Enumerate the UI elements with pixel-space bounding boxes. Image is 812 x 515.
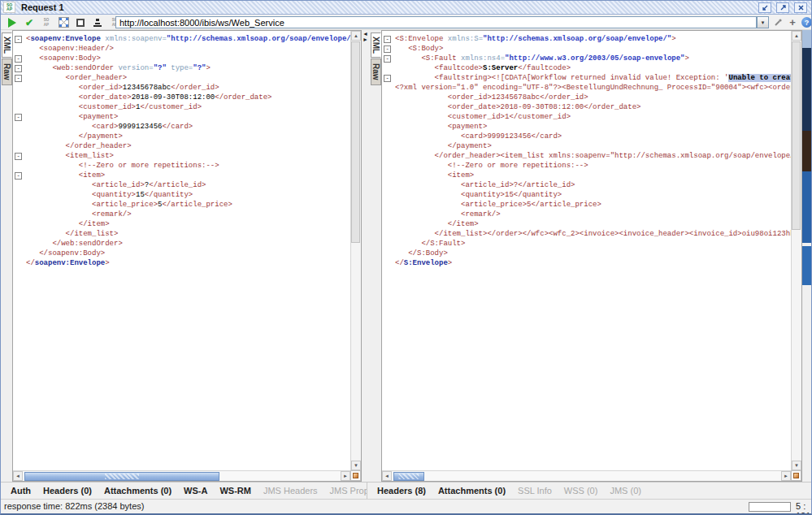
fold-marker[interactable]: - (384, 75, 391, 82)
code-segment: 9999123456 (118, 123, 162, 131)
code-line: <remark/> (26, 210, 350, 219)
code-line: </item_list></order></wfc><wfc_2><invoic… (395, 229, 791, 239)
inspector-tab-auth[interactable]: Auth (11, 486, 31, 496)
scroll-down-icon[interactable]: ▼ (792, 461, 801, 470)
code-segment: </web:sendOrder> (26, 240, 123, 248)
inspector-tab-jms-property-0: JMS Property (0) (330, 486, 367, 496)
scroll-up-icon[interactable]: ▲ (351, 31, 361, 41)
code-segment: <item_list> (26, 152, 114, 160)
toolbar-right-icons: ▼+? (757, 16, 812, 28)
fold-marker[interactable]: - (15, 65, 22, 72)
add-to-mockservice-icon[interactable] (56, 16, 71, 29)
code-line: <S:Envelope xmlns:S="http://schemas.xmls… (395, 34, 791, 44)
play-triangle (8, 18, 16, 28)
inspector-tab-attachments-0[interactable]: Attachments (0) (438, 486, 506, 496)
cancel-request-icon[interactable] (73, 16, 88, 29)
endpoint-tools-icon[interactable] (772, 17, 784, 28)
resubmit-request-icon[interactable]: ✔ (22, 16, 37, 29)
scroll-up-icon[interactable]: ▲ (792, 31, 801, 41)
scroll-right-icon[interactable]: ► (341, 471, 350, 481)
request-horizontal-scrollbar[interactable]: ◄ ► (13, 470, 350, 481)
scrollbar-thumb[interactable] (792, 41, 801, 230)
fold-marker[interactable]: - (15, 153, 22, 160)
help-icon[interactable]: ? (801, 17, 812, 28)
code-segment: </order_header> (26, 142, 132, 150)
scrollbar-thumb[interactable] (393, 472, 424, 481)
code-line: <customer_id>1</customer_id> (395, 112, 791, 122)
cancel-square (76, 19, 85, 27)
code-line: </item> (26, 219, 350, 229)
editor-corner-icon[interactable] (791, 470, 801, 481)
fold-marker[interactable]: - (15, 55, 22, 63)
title-bar[interactable]: SO AP Request 1 (1, 1, 811, 15)
scroll-down-icon[interactable]: ▼ (351, 461, 361, 470)
response-horizontal-scrollbar[interactable]: ◄ ► (382, 470, 791, 481)
scrollbar-thumb[interactable] (351, 41, 360, 243)
code-segment: "?" (193, 64, 206, 72)
maximize-window-button[interactable] (776, 2, 789, 13)
code-segment: </S:Fault> (395, 240, 465, 248)
response-editor-tab-xml[interactable]: XML (371, 32, 381, 58)
code-line: <faultcode>S:Server</faultcode> (395, 63, 791, 73)
inspector-tab-ws-a[interactable]: WS-A (184, 486, 207, 496)
soap-icon-text-bottom: AP (7, 7, 12, 11)
fold-marker[interactable]: - (15, 114, 22, 121)
window-title: Request 1 (21, 2, 64, 12)
code-segment: </faultcode> (518, 64, 571, 72)
code-line: <customer_id>1</customer_id> (26, 102, 350, 112)
fold-marker[interactable]: - (15, 36, 22, 43)
endpoint-dropdown-button[interactable]: ▼ (757, 16, 769, 28)
code-line: <order_date>2018-09-30T08:12:00</order_d… (26, 93, 350, 102)
fold-marker[interactable]: - (384, 55, 391, 63)
code-line: <S:Fault xmlns:ns4="http://www.w3.org/20… (395, 54, 791, 63)
code-line: <item_list> (26, 151, 350, 161)
fold-marker[interactable]: - (384, 45, 391, 53)
collapse-right-icon[interactable]: ► (363, 37, 368, 42)
code-line: </web:sendOrder> (26, 239, 350, 249)
request-vertical-scrollbar[interactable]: ▲ ▼ (350, 31, 361, 470)
fold-marker[interactable]: - (15, 75, 22, 82)
code-segment: <payment> (395, 123, 487, 131)
create-empty-request-icon[interactable] (90, 16, 105, 29)
response-xml-content[interactable]: <S:Envelope xmlns:S="http://schemas.xmls… (393, 31, 791, 470)
split-divider[interactable]: ◄ ► (362, 30, 370, 482)
request-editor-tab-raw[interactable]: Raw (2, 58, 12, 85)
endpoint-url-input[interactable] (115, 16, 757, 28)
scroll-right-icon[interactable]: ► (781, 471, 791, 481)
code-segment: <faultstring> (395, 74, 492, 82)
add-to-testcase-icon[interactable]: SO AP (39, 16, 54, 29)
response-vertical-scrollbar[interactable]: ▲ ▼ (791, 31, 801, 470)
fold-marker[interactable]: - (15, 172, 22, 180)
scroll-left-icon[interactable]: ◄ (382, 471, 392, 481)
inspector-tab-headers-0[interactable]: Headers (0) (43, 486, 92, 496)
code-line: <S:Body> (395, 44, 791, 54)
code-segment: </article_price> (162, 201, 232, 209)
request-fold-gutter: ------- (13, 31, 24, 470)
inspector-tab-headers-8[interactable]: Headers (8) (377, 486, 426, 496)
code-line: <soapenv:Envelope xmlns:soapenv="http://… (26, 34, 350, 44)
submit-request-icon[interactable] (5, 16, 20, 29)
scroll-left-icon[interactable]: ◄ (13, 471, 23, 481)
request-xml-content[interactable]: <soapenv:Envelope xmlns:soapenv="http://… (24, 31, 350, 470)
code-segment: </payment> (26, 132, 123, 141)
editor-corner-icon[interactable] (350, 470, 361, 481)
code-line: <card>9999123456</card> (26, 122, 350, 132)
request-panel: XMLRaw ------- <soapenv:Envelope xmlns:s… (1, 30, 362, 482)
code-segment: <remark/> (395, 210, 501, 219)
inspector-tab-attachments-0[interactable]: Attachments (0) (104, 486, 172, 496)
inspector-tab-ws-rm[interactable]: WS-RM (219, 486, 251, 496)
code-segment: > (671, 35, 675, 43)
code-segment: <S:Body> (395, 45, 443, 53)
code-segment: <remark/> (26, 210, 132, 219)
add-endpoint-icon[interactable]: + (787, 17, 798, 28)
request-window: SO AP Request 1 ✔SO APSO AP ▼+? XMLRaw -… (0, 0, 812, 515)
code-segment: type= (167, 64, 193, 72)
response-editor-tab-raw[interactable]: Raw (371, 58, 381, 85)
fold-marker[interactable]: - (384, 36, 391, 43)
scrollbar-thumb[interactable] (24, 472, 219, 481)
restore-window-button[interactable] (758, 2, 771, 13)
request-editor-tab-xml[interactable]: XML (2, 32, 12, 58)
code-segment: soapenv:Envelope (30, 35, 100, 43)
close-window-button[interactable] (794, 2, 807, 13)
code-segment: <article_price>5</article_price> (395, 201, 601, 209)
